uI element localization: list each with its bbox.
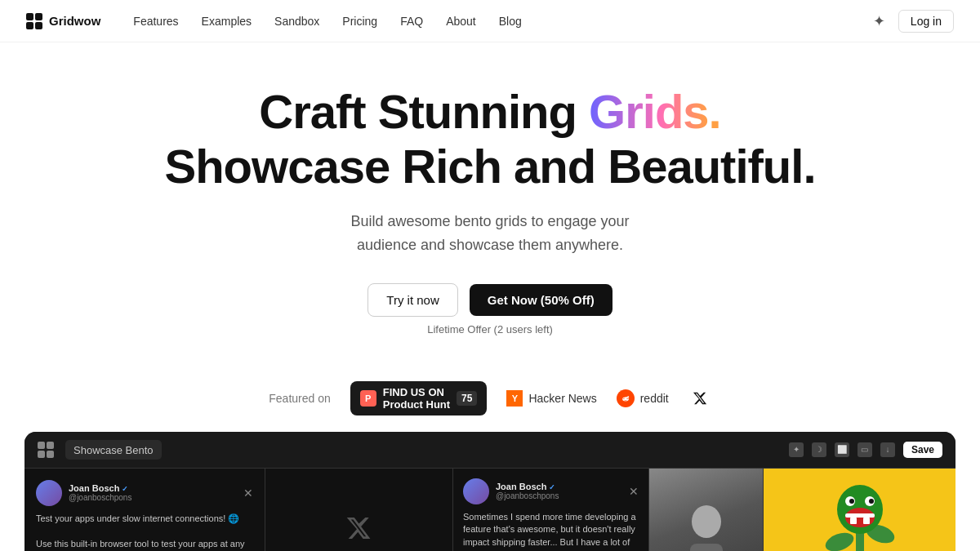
svg-rect-0 — [26, 13, 33, 20]
x-icon — [693, 391, 707, 406]
nav-pricing[interactable]: Pricing — [342, 15, 377, 28]
svg-point-14 — [692, 505, 721, 538]
reddit-icon — [617, 389, 635, 407]
mobile-icon[interactable]: ▭ — [858, 442, 872, 457]
product-hunt-text: FIND US ONProduct Hunt — [383, 386, 450, 411]
hacker-news-text: Hacker News — [528, 392, 596, 405]
add-tweet-cell[interactable]: Add Tweet — [265, 469, 453, 551]
headline-grids: Grids — [589, 85, 709, 138]
svg-rect-3 — [35, 22, 42, 29]
tweet-handle-1: @joanboschpons — [69, 493, 131, 502]
tweet-close-1[interactable]: ✕ — [243, 487, 253, 500]
get-now-button[interactable]: Get Now (50% Off) — [470, 284, 612, 316]
product-hunt-icon: P — [360, 390, 376, 407]
featured-label: Featured on — [269, 392, 331, 405]
theme-toggle-button[interactable]: ✦ — [873, 12, 885, 30]
svg-rect-15 — [690, 544, 723, 551]
hacker-news-badge[interactable]: Y Hacker News — [506, 390, 596, 407]
svg-point-6 — [623, 398, 624, 399]
svg-rect-1 — [35, 13, 42, 20]
nav-examples[interactable]: Examples — [202, 15, 252, 28]
tweet-handle-2: @joanboschpons — [496, 491, 559, 500]
svg-rect-23 — [845, 513, 875, 518]
tweet-user-1: Joan Bosch ✓ — [69, 483, 131, 493]
svg-rect-10 — [38, 442, 45, 449]
app-preview: Showcase Bento ✦ ☽ ⬜ ▭ ↓ Save Joan Bosch… — [24, 432, 956, 551]
nav-sandbox[interactable]: Sandbox — [274, 15, 319, 28]
tweet-user-2: Joan Bosch ✓ — [496, 482, 559, 491]
sun-icon[interactable]: ✦ — [789, 442, 804, 457]
svg-rect-11 — [47, 442, 54, 449]
headline-line2: Showcase Rich and Beautiful. — [164, 140, 815, 193]
app-title: Showcase Bento — [74, 444, 154, 456]
logo[interactable]: Gridwow — [26, 13, 100, 29]
hacker-news-icon: Y — [506, 390, 523, 407]
hero-section: Craft Stunning Grids. Showcase Rich and … — [0, 42, 980, 358]
app-logo-icon — [38, 442, 54, 458]
headline-dot: . — [709, 85, 721, 138]
desktop-icon[interactable]: ⬜ — [835, 442, 849, 457]
svg-rect-2 — [26, 22, 33, 29]
x-add-icon — [334, 515, 384, 547]
mario-plant-card — [764, 469, 956, 551]
svg-rect-29 — [863, 518, 870, 524]
svg-point-27 — [869, 499, 874, 504]
grid-content: Joan Bosch ✓ @joanboschpons ✕ Test your … — [24, 469, 956, 551]
nav-about[interactable]: About — [446, 15, 476, 28]
nav-features[interactable]: Features — [133, 15, 178, 28]
download-icon[interactable]: ↓ — [880, 442, 895, 457]
logo-text: Gridwow — [49, 14, 100, 28]
app-bar-right: ✦ ☽ ⬜ ▭ ↓ Save — [789, 442, 942, 458]
moon-icon[interactable]: ☽ — [812, 442, 826, 457]
nav-faq[interactable]: FAQ — [400, 15, 423, 28]
logo-icon — [26, 13, 42, 29]
hero-subtext: Build awesome bento grids to engage your… — [16, 210, 964, 257]
tweet-close-2[interactable]: ✕ — [629, 485, 639, 498]
save-button[interactable]: Save — [903, 442, 942, 458]
lifetime-note: Lifetime Offer (2 users left) — [16, 323, 964, 335]
product-hunt-score: 75 — [457, 391, 477, 406]
nav-blog[interactable]: Blog — [499, 15, 522, 28]
reddit-badge[interactable]: reddit — [617, 389, 669, 407]
avatar-2 — [463, 478, 489, 504]
avatar-1 — [36, 480, 62, 506]
reddit-text: reddit — [640, 392, 669, 405]
app-toolbar: Showcase Bento ✦ ☽ ⬜ ▭ ↓ Save — [24, 432, 956, 469]
tweet-card-1: Joan Bosch ✓ @joanboschpons ✕ Test your … — [24, 469, 265, 551]
tweet-card-2: Joan Bosch ✓ @joanboschpons ✕ Sometimes … — [453, 469, 649, 551]
tweet-text-2: Sometimes I spend more time developing a… — [463, 511, 639, 551]
app-title-box: Showcase Bento — [65, 440, 162, 460]
nav-right: ✦ Log in — [873, 10, 954, 33]
nav-links: Features Examples Sandbox Pricing FAQ Ab… — [133, 15, 873, 28]
tweet-text-1: Test your apps under slow internet conne… — [36, 513, 253, 551]
svg-rect-28 — [850, 518, 857, 524]
product-hunt-badge[interactable]: P FIND US ONProduct Hunt 75 — [350, 381, 488, 415]
portrait-card — [649, 469, 764, 551]
svg-point-26 — [849, 499, 854, 504]
svg-point-19 — [822, 529, 856, 551]
navbar: Gridwow Features Examples Sandbox Pricin… — [0, 0, 980, 42]
hero-headline: Craft Stunning Grids. Showcase Rich and … — [16, 85, 964, 193]
svg-point-7 — [626, 398, 627, 399]
headline-part1: Craft Stunning — [259, 85, 589, 138]
svg-rect-13 — [47, 451, 54, 458]
try-now-button[interactable]: Try it now — [368, 283, 457, 317]
featured-section: Featured on P FIND US ONProduct Hunt 75 … — [0, 381, 980, 415]
x-badge[interactable] — [688, 387, 711, 410]
svg-rect-12 — [38, 451, 45, 458]
cta-row: Try it now Get Now (50% Off) — [16, 283, 964, 317]
login-button[interactable]: Log in — [898, 10, 954, 33]
